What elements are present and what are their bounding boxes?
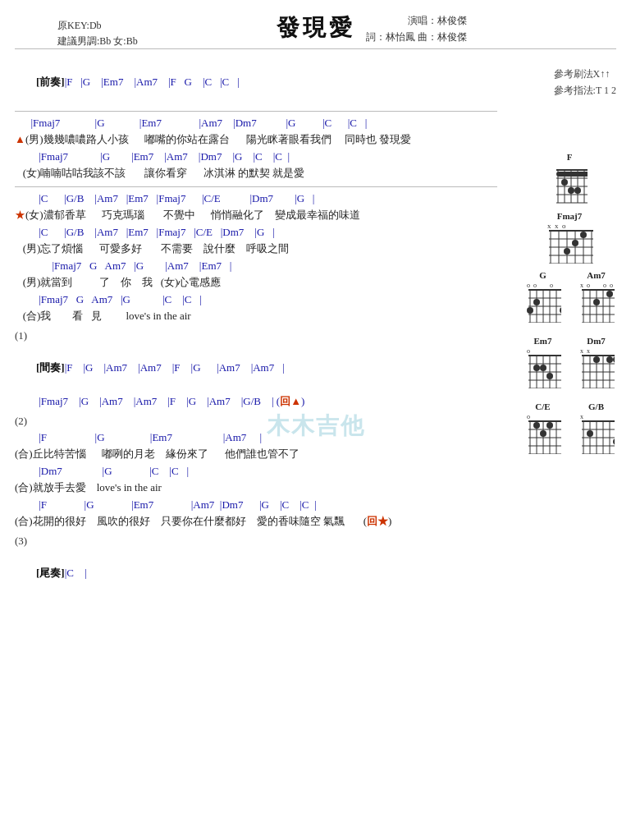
chord-diagram-G: G o o o — [525, 270, 561, 323]
chord-diagrams: F — [516, 152, 623, 467]
chorus-chord3: |Fmaj7 G Am7 |G |Am7 |Em7 | — [15, 258, 497, 274]
svg-text:x: x — [547, 223, 551, 230]
svg-point-125 — [613, 438, 615, 445]
svg-point-29 — [564, 248, 570, 255]
svg-point-95 — [606, 356, 613, 363]
section-2-chord3: |F |G |Em7 |Am7 |Dm7 |G |C |C | — [15, 497, 497, 513]
svg-point-124 — [587, 430, 593, 437]
section-1-chord2: |Fmaj7 |G |Am7 |Am7 |F |G |Am7 |G/B | (回… — [15, 393, 497, 410]
diagram-row-CE-GB: C/E o — [516, 402, 623, 461]
section-2-number: (2) — [15, 415, 497, 428]
section-1: (1) [間奏]|F |G |Am7 |Am7 |F |G |Am7 |Am7 … — [15, 329, 497, 410]
chord-grid-G: o o o — [525, 282, 561, 323]
chord-grid-Am7: x o o o — [578, 282, 615, 323]
section-2-lyric1: (合)丘比特苦惱 嘟咧的月老 緣份來了 他們誰也管不了 — [15, 446, 497, 462]
section-prelude: [前奏]|F |G |Em7 |Am7 |F G |C |C | — [15, 57, 497, 106]
svg-point-79 — [540, 365, 546, 371]
chord-diagram-GB: G/B x — [578, 402, 615, 454]
svg-text:x: x — [580, 413, 583, 420]
verse1-chord2: |Fmaj7 |G |Em7 |Am7 |Dm7 |G |C |C | — [15, 149, 497, 165]
page: 發現愛 原KEY:Db 建議男調:Bb 女:Bb 演唱：林俊傑 詞：林怡鳳 曲：… — [0, 0, 631, 840]
section-3-number: (3) — [15, 535, 497, 548]
prelude-tag: [前奏] — [36, 76, 65, 88]
chorus-lyric3: (男)就當到 了 你 我 (女)心電感應 — [15, 274, 497, 291]
svg-point-47 — [560, 307, 561, 314]
chord-diagram-CE: C/E o — [525, 402, 561, 454]
svg-text:x: x — [587, 347, 590, 355]
divider1 — [15, 111, 497, 112]
verse1-lyric1: ▲(男)幾幾噥噥路人小孩 嘟嘴的你站在露台 陽光眯著眼看我們 同時也 發現愛 — [15, 131, 497, 148]
chorus-lyric1: ★(女)濃郁香草 巧克瑪瑙 不覺中 悄悄融化了 變成最幸福的味道 — [15, 207, 497, 223]
section-3-weizo: [尾奏]|C | — [15, 549, 497, 598]
section-2-chord2: |Dm7 |G |C |C | — [15, 463, 497, 480]
svg-point-46 — [533, 299, 540, 305]
svg-point-111 — [546, 422, 553, 429]
section-2-lyric3: (合)花開的很好 風吹的很好 只要你在什麼都好 愛的香味隨空 氣飄 (回★) — [15, 513, 497, 530]
weizo-tag: [尾奏] — [36, 567, 65, 579]
svg-point-30 — [572, 240, 578, 246]
section-3: (3) [尾奏]|C | — [15, 535, 497, 598]
chord-grid-Fmaj7: x x o — [546, 223, 593, 264]
svg-point-80 — [546, 373, 553, 379]
section-1-number: (1) — [15, 329, 497, 342]
verse1-lyric2: (女)喃喃咕咕我該不該 讓你看穿 冰淇淋 的默契 就是愛 — [15, 165, 497, 181]
suggest-label: 建議男調:Bb 女:Bb — [57, 34, 138, 49]
svg-text:x: x — [580, 282, 583, 289]
section-2-chord1: |F |G |Em7 |Am7 | — [15, 429, 497, 446]
svg-text:x: x — [555, 223, 559, 230]
svg-text:o: o — [527, 347, 530, 355]
strum2-label: 參考指法:T 1 2 — [554, 82, 616, 99]
svg-text:o: o — [610, 282, 613, 289]
svg-point-78 — [533, 365, 540, 371]
svg-point-110 — [540, 430, 546, 437]
svg-point-109 — [533, 422, 540, 429]
svg-point-13 — [568, 187, 574, 194]
singer-label: 演唱：林俊傑 — [366, 12, 467, 29]
chord-diagram-Fmaj7: Fmaj7 x x o — [516, 211, 623, 264]
svg-text:x: x — [580, 347, 583, 355]
section-2-lyric2: (合)就放手去愛 love's in the air — [15, 480, 497, 496]
section-chorus: |C |G/B |Am7 |Em7 |Fmaj7 |C/E |Dm7 |G | … — [15, 190, 497, 324]
diagram-row-G-Am7: G o o o — [516, 270, 623, 329]
svg-text:o: o — [527, 413, 530, 420]
verse1-chord1: |Fmaj7 |G |Em7 |Am7 |Dm7 |G |C |C | — [15, 115, 497, 131]
section-2: (2) |F |G |Em7 |Am7 | (合)丘比特苦惱 嘟咧的月老 緣份來… — [15, 415, 497, 530]
svg-text:o: o — [562, 223, 566, 230]
svg-point-14 — [574, 187, 581, 194]
meta-left: 原KEY:Db 建議男調:Bb 女:Bb — [57, 18, 138, 49]
prelude-chords: |F |G |Em7 |Am7 |F G |C |C | — [65, 76, 240, 88]
chord-diagram-Dm7: Dm7 x x — [578, 336, 615, 388]
svg-text:o: o — [527, 282, 530, 289]
lyrics-composer-label: 詞：林怡鳳 曲：林俊傑 — [366, 29, 467, 45]
diagram-row-Em7-Dm7: Em7 o — [516, 336, 623, 395]
chord-grid-F — [551, 163, 588, 204]
chorus-chord2: |C |G/B |Am7 |Em7 |Fmaj7 |C/E |Dm7 |G | — [15, 224, 497, 241]
svg-text:o: o — [587, 282, 590, 289]
prelude-line: [前奏]|F |G |Em7 |Am7 |F G |C |C | — [15, 57, 497, 106]
jianzo-chords: |F |G |Am7 |Am7 |F |G |Am7 |Am7 | — [65, 361, 285, 374]
chord-diagram-Em7: Em7 o — [525, 336, 561, 388]
chord-grid-GB: x — [578, 413, 615, 454]
chorus-chord4: |Fmaj7 G Am7 |G |C |C | — [15, 291, 497, 308]
strum1-label: 參考刷法X↑↑ — [554, 66, 616, 82]
section-1-jianzo: [間奏]|F |G |Am7 |Am7 |F |G |Am7 |Am7 | — [15, 344, 497, 392]
svg-point-94 — [593, 356, 600, 363]
svg-point-96 — [613, 356, 615, 363]
chord-grid-Em7: o — [525, 347, 561, 388]
svg-text:o: o — [603, 282, 606, 289]
chorus-chord1: |C |G/B |Am7 |Em7 |Fmaj7 |C/E |Dm7 |G | — [15, 190, 497, 207]
svg-point-12 — [561, 179, 568, 186]
weizo-chords: |C | — [65, 567, 87, 579]
meta-right: 演唱：林俊傑 詞：林怡鳳 曲：林俊傑 — [366, 12, 467, 46]
svg-text:o: o — [533, 282, 537, 289]
chord-diagram-Am7: Am7 x o o o — [578, 270, 615, 323]
chorus-lyric4: (合)我 看 見 love's in the air — [15, 308, 497, 324]
svg-point-64 — [593, 299, 600, 305]
reference-right: 參考刷法X↑↑ 參考指法:T 1 2 — [554, 66, 616, 99]
svg-rect-11 — [556, 172, 588, 177]
svg-text:o: o — [550, 282, 553, 289]
divider2 — [15, 186, 497, 187]
chorus-lyric2: (男)忘了煩惱 可愛多好 不需要 說什麼 呼吸之間 — [15, 241, 497, 257]
chord-grid-Dm7: x x — [578, 347, 615, 388]
svg-point-31 — [580, 232, 587, 238]
